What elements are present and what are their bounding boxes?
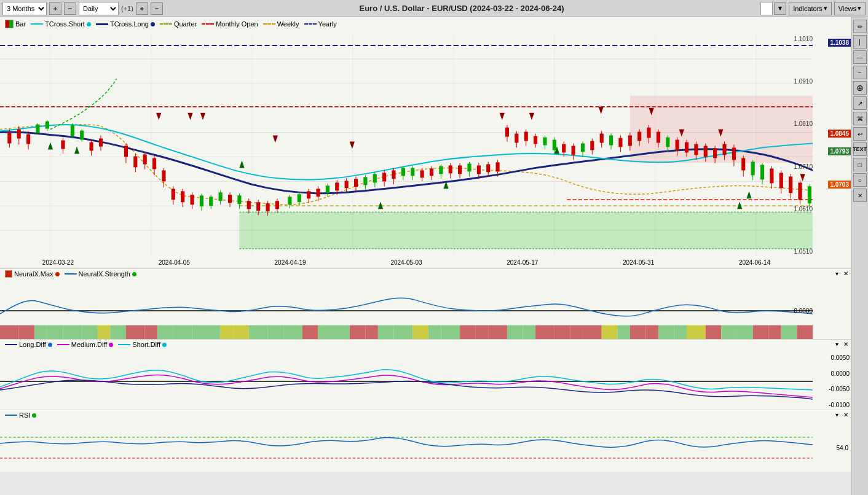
svg-rect-233 (331, 325, 350, 339)
svg-rect-223 (173, 325, 192, 339)
svg-rect-247 (554, 325, 570, 339)
svg-rect-139 (477, 165, 481, 174)
svg-rect-109 (335, 182, 339, 190)
offset-increase[interactable]: + (136, 2, 148, 15)
price-badge-yearly: 1.1038 (828, 39, 851, 47)
svg-rect-242 (476, 325, 488, 339)
legend-bar: Bar (5, 20, 26, 28)
svg-rect-217 (82, 325, 98, 339)
svg-rect-258 (721, 325, 733, 339)
svg-rect-137 (467, 163, 471, 171)
svg-rect-239 (428, 325, 441, 339)
svg-rect-183 (685, 142, 688, 153)
svg-rect-145 (505, 128, 509, 137)
svg-rect-149 (524, 132, 528, 141)
svg-rect-219 (110, 325, 126, 339)
svg-rect-75 (172, 189, 175, 200)
svg-rect-243 (488, 325, 507, 339)
svg-rect-99 (288, 197, 291, 205)
minus-tool[interactable]: — (853, 50, 867, 64)
neuralx-svg (0, 283, 813, 339)
svg-rect-187 (704, 146, 708, 157)
svg-rect-129 (430, 168, 433, 176)
main-chart-svg-container (0, 34, 813, 256)
svg-rect-29 (26, 134, 30, 144)
delete-tool[interactable]: ✕ (853, 189, 867, 202)
svg-rect-237 (394, 325, 413, 339)
svg-rect-103 (307, 191, 310, 198)
period-zoom-in[interactable]: + (49, 2, 61, 15)
svg-rect-95 (266, 203, 269, 211)
undo-tool[interactable]: ↩ (853, 127, 867, 141)
magnet-tool[interactable]: ⌘ (853, 112, 867, 125)
svg-rect-105 (316, 189, 320, 197)
svg-rect-201 (770, 168, 773, 183)
indicators-button[interactable]: Indicators ▾ (789, 2, 832, 15)
svg-rect-39 (80, 131, 84, 140)
period-select[interactable]: 3 Months 1 Month 6 Months 1 Year (2, 2, 47, 15)
svg-rect-119 (382, 173, 386, 181)
price-badges: 1.1038 1.0845 1.0793 1.0703 (814, 34, 851, 256)
search-dropdown[interactable]: ▾ (774, 2, 786, 15)
svg-rect-33 (45, 122, 49, 129)
svg-rect-67 (133, 156, 137, 167)
arrow-tool[interactable]: ↗ (853, 96, 867, 110)
svg-rect-245 (523, 325, 535, 339)
svg-rect-231 (302, 325, 318, 339)
svg-rect-261 (768, 325, 781, 339)
offset-label: (+1) (121, 5, 133, 12)
legend-monthly-open: Monthly Open (202, 20, 258, 28)
diff-close[interactable]: ✕ (843, 341, 848, 348)
neuralx-legend: NeuralX.Max NeuralX.Strength (0, 269, 851, 279)
svg-rect-77 (181, 191, 184, 202)
neuralx-close[interactable]: ✕ (843, 270, 848, 277)
crosshair-tool[interactable]: ⊕ (853, 81, 867, 95)
svg-rect-175 (647, 128, 650, 138)
svg-rect-81 (200, 195, 203, 206)
rectangle-tool[interactable]: □ (853, 158, 867, 171)
x-axis-main: 2024-03-22 2024-04-05 2024-04-19 2024-05… (0, 256, 813, 268)
svg-rect-266 (0, 424, 813, 472)
svg-rect-252 (630, 325, 646, 339)
svg-rect-257 (706, 325, 722, 339)
vertical-line-tool[interactable]: | (853, 35, 867, 49)
rsi-dropdown[interactable]: ▾ (835, 411, 838, 418)
svg-rect-197 (751, 162, 755, 175)
main-chart-legend: Bar TCross.Short TCross.Long Quar (0, 17, 851, 31)
svg-rect-141 (486, 164, 490, 172)
diff-dropdown[interactable]: ▾ (835, 341, 838, 348)
svg-rect-31 (36, 125, 39, 133)
svg-rect-113 (354, 179, 358, 187)
svg-rect-127 (420, 170, 424, 177)
legend-tcross-short: TCross.Short (31, 20, 91, 28)
svg-rect-41 (90, 142, 93, 151)
price-badge-monthly: 1.0845 (828, 130, 851, 138)
rsi-close[interactable]: ✕ (843, 411, 848, 418)
svg-rect-131 (439, 166, 443, 174)
svg-rect-69 (143, 154, 147, 164)
circle-tool[interactable]: ○ (853, 173, 867, 187)
svg-rect-255 (674, 325, 687, 339)
views-button[interactable]: Views ▾ (834, 2, 866, 15)
svg-rect-246 (535, 325, 554, 339)
svg-rect-171 (628, 136, 632, 146)
svg-rect-249 (583, 325, 602, 339)
zoom-out-tool[interactable]: − (853, 66, 867, 79)
svg-rect-232 (318, 325, 331, 339)
period-zoom-out[interactable]: − (64, 2, 76, 15)
charts-column: Bar TCross.Short TCross.Long Quar (0, 17, 851, 495)
pencil-tool[interactable]: ✏ (853, 20, 867, 33)
svg-rect-212 (0, 325, 19, 339)
text-tool[interactable]: TEXT (853, 142, 867, 156)
search-input[interactable] (760, 2, 773, 15)
legend-weekly: Weekly (263, 20, 299, 28)
svg-rect-213 (19, 325, 35, 339)
neuralx-dropdown[interactable]: ▾ (835, 270, 838, 277)
svg-rect-224 (192, 325, 205, 339)
svg-rect-259 (734, 325, 753, 339)
legend-quarter: Quarter (160, 20, 197, 28)
legend-tcross-long: TCross.Long (96, 20, 155, 28)
offset-decrease[interactable]: − (151, 2, 163, 15)
timeframe-select[interactable]: Daily Weekly Monthly (79, 2, 119, 15)
svg-rect-185 (694, 144, 698, 155)
